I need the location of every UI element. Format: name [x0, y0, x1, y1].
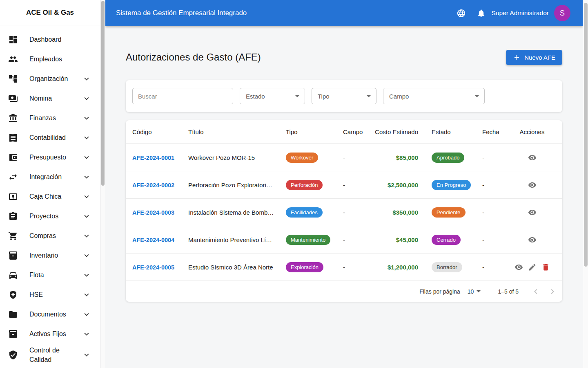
estimated-cost: $85,000	[396, 154, 418, 161]
table-header: Código Título Tipo Campo Costo Estimado …	[126, 120, 562, 144]
cell-estado: Pendiente	[425, 207, 476, 218]
sidebar-item-activos-fijos[interactable]: Activos Fijos	[0, 324, 100, 344]
status-chip: Aprobado	[432, 153, 464, 163]
sidebar-item-label: Inventario	[29, 251, 82, 260]
cell-tipo: Perforación	[279, 180, 336, 190]
estimated-cost: $350,000	[392, 209, 418, 216]
sidebar-item-presupuesto[interactable]: Presupuesto	[0, 148, 100, 167]
pagination-next-button[interactable]	[548, 287, 557, 296]
sidebar-item-integracion[interactable]: Integración	[0, 167, 100, 187]
campo-select-label: Campo	[389, 93, 409, 100]
cell-codigo: AFE-2024-0001	[126, 154, 182, 161]
chevron-down-icon	[367, 95, 371, 97]
cell-costo: $1,200,000	[371, 264, 425, 271]
cell-tipo: Mantenimiento	[279, 235, 336, 245]
cell-acciones	[515, 208, 549, 217]
sidebar-item-label: Proyectos	[29, 211, 82, 221]
view-button[interactable]	[528, 181, 537, 189]
bell-icon[interactable]	[477, 9, 486, 18]
sidebar-item-compras[interactable]: Compras	[0, 226, 100, 246]
cell-costo: $45,000	[371, 236, 425, 243]
column-header-codigo: Código	[126, 128, 182, 135]
sidebar-item-label: Contabilidad	[29, 133, 82, 142]
sidebar-item-label: Empleados	[29, 54, 91, 64]
plus-icon	[513, 54, 521, 61]
pencil-icon	[528, 263, 537, 272]
sidebar-item-nomina[interactable]: Nómina	[0, 89, 100, 108]
cell-titulo: Workover Pozo MOR-15	[182, 154, 279, 161]
sidebar-item-hse[interactable]: HSE	[0, 285, 100, 305]
globe-icon[interactable]	[457, 9, 466, 18]
status-chip: Pendiente	[432, 207, 466, 218]
main-area: Sistema de Gestión Empresarial Integrado…	[105, 0, 583, 368]
view-button[interactable]	[528, 208, 537, 217]
estado-select-label: Estado	[246, 93, 265, 100]
pagination-prev-button[interactable]	[531, 287, 541, 296]
cell-campo: -	[336, 209, 371, 216]
afe-code-link[interactable]: AFE-2024-0002	[132, 182, 174, 188]
table-row: AFE-2024-0005Estudio Sísmico 3D Área Nor…	[126, 254, 562, 281]
chevron-down-icon	[82, 173, 91, 182]
main-scrollbar-track[interactable]	[583, 0, 588, 368]
chevron-down-icon	[82, 251, 91, 260]
cell-titulo: Estudio Sísmico 3D Área Norte	[182, 264, 279, 271]
afe-code-link[interactable]: AFE-2024-0005	[132, 264, 174, 271]
cell-costo: $2,500,000	[371, 182, 425, 188]
sidebar-item-inventario[interactable]: Inventario	[0, 246, 100, 265]
afe-code-link[interactable]: AFE-2024-0001	[132, 155, 174, 161]
sidebar-item-dashboard[interactable]: Dashboard	[0, 30, 100, 49]
chevron-down-icon	[477, 290, 481, 292]
column-header-estado: Estado	[425, 128, 476, 135]
delete-button[interactable]	[541, 263, 550, 272]
afe-title: Workover Pozo MOR-15	[188, 154, 255, 161]
column-header-costo: Costo Estimado	[371, 128, 425, 135]
view-button[interactable]	[528, 236, 537, 244]
view-button[interactable]	[515, 263, 523, 272]
afe-code-link[interactable]: AFE-2024-0004	[132, 237, 174, 243]
inventory-box-icon	[8, 251, 18, 260]
sidebar-item-label: HSE	[29, 290, 82, 299]
cell-fecha: -	[476, 236, 515, 243]
sidebar-scrollbar-track[interactable]	[101, 0, 105, 368]
table-row: AFE-2024-0002Perforación Pozo Explorator…	[126, 171, 562, 199]
sidebar-item-label: Presupuesto	[29, 153, 82, 162]
wallet-icon	[8, 153, 18, 162]
column-header-titulo: Título	[182, 128, 279, 135]
cell-codigo: AFE-2024-0005	[126, 264, 182, 271]
sidebar-item-contabilidad[interactable]: Contabilidad	[0, 128, 100, 148]
chevron-down-icon	[82, 94, 91, 103]
afe-code-link[interactable]: AFE-2024-0003	[132, 209, 174, 216]
cell-titulo: Instalación Sistema de Bomb…	[182, 209, 279, 216]
new-afe-button-label: Nuevo AFE	[524, 54, 555, 61]
appbar-right: Super Administrador S	[457, 5, 570, 21]
chevron-down-icon	[475, 95, 479, 97]
cell-codigo: AFE-2024-0002	[126, 182, 182, 188]
cell-tipo: Facilidades	[279, 207, 336, 218]
sidebar-item-control-calidad[interactable]: Control de Calidad	[0, 344, 100, 366]
chevron-left-icon	[531, 287, 541, 296]
sidebar-item-organizacion[interactable]: Organización	[0, 69, 100, 89]
sidebar: ACE Oil & Gas DashboardEmpleadosOrganiza…	[0, 0, 100, 368]
tipo-select[interactable]: Tipo	[312, 88, 376, 104]
search-input[interactable]	[132, 88, 233, 104]
page-head: Autorizaciones de Gasto (AFE) Nuevo AFE	[126, 45, 562, 70]
sidebar-item-proyectos[interactable]: Proyectos	[0, 206, 100, 226]
sidebar-item-flota[interactable]: Flota	[0, 265, 100, 285]
campo-select[interactable]: Campo	[383, 88, 485, 104]
page-title: Autorizaciones de Gasto (AFE)	[126, 52, 261, 63]
main-scrollbar-thumb[interactable]	[584, 3, 588, 267]
eye-icon	[528, 208, 537, 217]
rows-per-page-select[interactable]: 10	[468, 288, 481, 295]
edit-button[interactable]	[528, 263, 537, 272]
pagination-range: 1–5 of 5	[498, 288, 519, 295]
sidebar-item-finanzas[interactable]: Finanzas	[0, 108, 100, 128]
table-row: AFE-2024-0003Instalación Sistema de Bomb…	[126, 199, 562, 226]
sidebar-item-documentos[interactable]: Documentos	[0, 305, 100, 324]
sidebar-item-empleados[interactable]: Empleados	[0, 49, 100, 69]
sidebar-scrollbar-thumb[interactable]	[101, 1, 105, 186]
view-button[interactable]	[528, 153, 537, 162]
sidebar-item-caja-chica[interactable]: Caja Chica	[0, 187, 100, 206]
estado-select[interactable]: Estado	[240, 88, 305, 104]
new-afe-button[interactable]: Nuevo AFE	[506, 50, 562, 65]
avatar[interactable]: S	[554, 5, 570, 21]
